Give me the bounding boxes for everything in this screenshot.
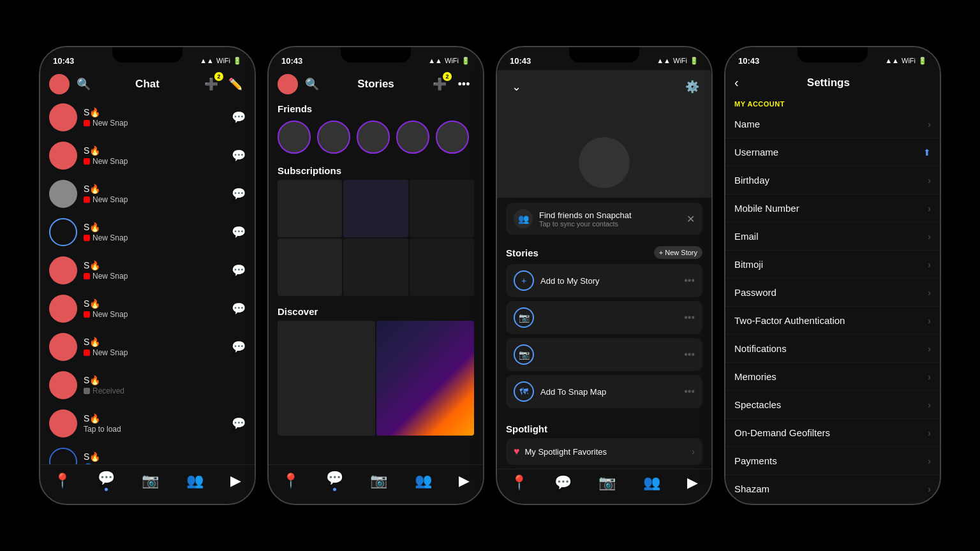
chat-avatar-8 (49, 371, 77, 399)
story-circle-5[interactable] (436, 121, 469, 154)
chat-avatar-10 (49, 448, 77, 464)
snap-label-4: New Snap (93, 233, 128, 242)
chat-item-6[interactable]: S🔥 New Snap 💬 (40, 290, 255, 328)
nav-map-s[interactable]: 📍 (282, 473, 299, 489)
find-friends-banner: 👥 Find friends on Snapchat Tap to sync y… (506, 203, 702, 235)
user-avatar-stories[interactable] (278, 74, 298, 94)
sub-item-3[interactable] (410, 180, 474, 237)
back-icon-profile[interactable]: ⌄ (506, 77, 526, 97)
story-icon-3: 📷 (514, 344, 534, 365)
nav-spotlight-s[interactable]: ▶ (459, 473, 470, 489)
snap-dot-2 (84, 158, 90, 165)
settings-item-apps-from-snap[interactable]: Apps from Snap › (725, 503, 940, 504)
story-more-2[interactable]: ••• (684, 312, 695, 323)
settings-icon-profile[interactable]: ⚙️ (682, 77, 702, 97)
chat-bubble-6[interactable]: 💬 (232, 302, 246, 316)
story-circle-1[interactable] (278, 121, 311, 154)
settings-app-header: ‹ Settings (725, 70, 940, 95)
chat-bubble-1[interactable]: 💬 (232, 110, 246, 124)
settings-item-name[interactable]: Name › (725, 110, 940, 138)
nav-chat-active[interactable]: 💬 (98, 470, 115, 491)
settings-item-payments[interactable]: Payments › (725, 447, 940, 475)
story-circle-2[interactable] (317, 121, 350, 154)
settings-item-shazam[interactable]: Shazam › (725, 475, 940, 503)
sub-item-4[interactable] (278, 239, 342, 296)
chat-item-7[interactable]: S🔥 New Snap 💬 (40, 328, 255, 366)
chat-bubble-4[interactable]: 💬 (232, 225, 246, 239)
nav-map[interactable]: 📍 (54, 473, 71, 489)
battery-icon-3: 🔋 (690, 57, 699, 65)
settings-item-memories[interactable]: Memories › (725, 363, 940, 391)
sub-item-6[interactable] (410, 239, 474, 296)
search-icon-stories[interactable]: 🔍 (302, 74, 322, 94)
settings-item-password[interactable]: Password › (725, 279, 940, 307)
settings-item-mobile[interactable]: Mobile Number › (725, 195, 940, 223)
sub-item-1[interactable] (278, 180, 342, 237)
chat-bubble-2[interactable]: 💬 (232, 149, 246, 163)
chat-item-8[interactable]: S🔥 Received (40, 366, 255, 404)
chat-item-5[interactable]: S🔥 New Snap 💬 (40, 251, 255, 290)
story-circle-3[interactable] (357, 121, 390, 154)
username-share-icon: ⬆ (923, 147, 931, 158)
my-spotlight-favorites-row[interactable]: ♥ My Spotlight Favorites › (506, 438, 702, 465)
memories-chevron: › (928, 372, 931, 382)
sub-item-2[interactable] (343, 180, 408, 237)
settings-back-btn[interactable]: ‹ (734, 75, 739, 90)
chat-item-3[interactable]: S🔥 New Snap 💬 (40, 175, 255, 213)
story-row-2[interactable]: 📷 ••• (506, 301, 702, 334)
nav-camera[interactable]: 📷 (142, 473, 159, 489)
more-icon-stories[interactable]: ••• (454, 74, 474, 94)
settings-item-email[interactable]: Email › (725, 223, 940, 251)
nav-friends-s[interactable]: 👥 (415, 473, 432, 489)
edit-icon-chat[interactable]: ✏️ (225, 74, 246, 94)
story-row-3[interactable]: 📷 ••• (506, 338, 702, 371)
name-chevron: › (928, 119, 931, 129)
mobile-chevron: › (928, 203, 931, 214)
sub-item-5[interactable] (343, 239, 408, 296)
chat-bubble-9[interactable]: 💬 (232, 416, 246, 430)
chat-item-10[interactable]: S🔥 🔵 New Chat (40, 443, 255, 464)
add-my-story-row[interactable]: + Add to My Story ••• (506, 264, 702, 297)
user-avatar-chat[interactable] (49, 74, 70, 94)
my-story-more[interactable]: ••• (684, 275, 695, 286)
stories-header-left: 🔍 (278, 74, 322, 94)
spectacles-chevron: › (928, 400, 931, 410)
snap-map-icon: 🗺 (514, 381, 534, 402)
search-icon-chat[interactable]: 🔍 (73, 74, 94, 94)
discover-item-1[interactable] (278, 321, 375, 436)
nav-map-p[interactable]: 📍 (510, 474, 528, 491)
chat-item-2[interactable]: S🔥 New Snap 💬 (40, 136, 255, 175)
chat-bubble-7[interactable]: 💬 (232, 340, 246, 354)
chat-item-1[interactable]: S🔥 New Snap 💬 (40, 98, 255, 136)
add-snap-map-row[interactable]: 🗺 Add To Snap Map ••• (506, 375, 702, 408)
story-circle-4[interactable] (396, 121, 429, 154)
settings-item-username[interactable]: Username ⬆ (725, 138, 940, 166)
find-friends-sub: Tap to sync your contacts (539, 220, 632, 228)
settings-item-bitmoji[interactable]: Bitmoji › (725, 251, 940, 279)
nav-camera-p[interactable]: 📷 (598, 474, 616, 491)
find-friends-close[interactable]: ✕ (687, 213, 695, 225)
nav-camera-s[interactable]: 📷 (370, 473, 387, 489)
nav-chat-p[interactable]: 💬 (554, 474, 572, 491)
chat-item-9[interactable]: S🔥 Tap to load 💬 (40, 404, 255, 443)
settings-item-notifications[interactable]: Notifications › (725, 335, 940, 363)
story-more-3[interactable]: ••• (684, 349, 695, 360)
status-icons-2: ▲▲ WiFi 🔋 (428, 57, 470, 65)
chat-item-4[interactable]: S🔥 New Snap 💬 (40, 213, 255, 251)
settings-item-spectacles[interactable]: Spectacles › (725, 391, 940, 419)
chat-bubble-3[interactable]: 💬 (232, 187, 246, 201)
settings-item-geofilters[interactable]: On-Demand Geofilters › (725, 419, 940, 447)
nav-chat-s[interactable]: 💬 (326, 470, 343, 491)
nav-friends-p[interactable]: 👥 (643, 474, 660, 491)
nav-spotlight-p[interactable]: ▶ (687, 474, 698, 491)
settings-item-2fa[interactable]: Two-Factor Authentication › (725, 307, 940, 335)
nav-friends[interactable]: 👥 (186, 473, 204, 489)
settings-item-birthday[interactable]: Birthday › (725, 166, 940, 195)
snap-map-more[interactable]: ••• (684, 386, 695, 397)
new-story-btn[interactable]: + New Story (654, 246, 702, 259)
chat-info-9: S🔥 Tap to load (84, 413, 225, 434)
chat-bubble-5[interactable]: 💬 (232, 263, 246, 277)
discover-item-2[interactable] (376, 321, 474, 436)
nav-spotlight[interactable]: ▶ (230, 473, 241, 489)
phone-profile: 10:43 ▲▲ WiFi 🔋 ⌄ ⚙️ (496, 46, 713, 505)
